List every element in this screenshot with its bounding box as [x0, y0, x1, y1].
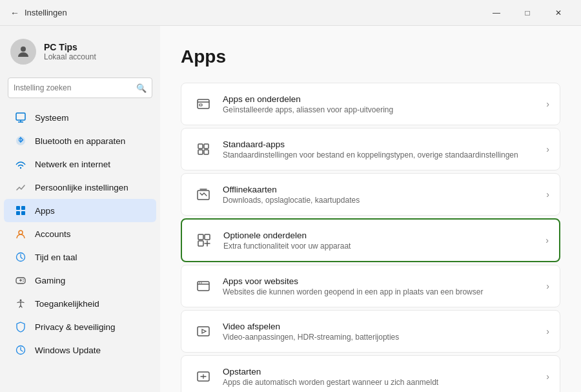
settings-item-video[interactable]: Video afspelen Video-aanpassingen, HDR-s…	[181, 310, 560, 353]
svg-rect-29	[198, 234, 203, 240]
sidebar-item-bluetooth[interactable]: Bluetooth en apparaten	[4, 129, 156, 152]
sidebar-item-apps[interactable]: Apps	[4, 199, 156, 222]
arrow-annotation	[0, 203, 1, 218]
svg-point-0	[21, 46, 26, 52]
settings-desc-apps-onderdelen: Geïnstalleerde apps, aliassen voor app-u…	[223, 105, 541, 114]
sidebar-item-gaming[interactable]: Gaming	[4, 269, 156, 292]
svg-rect-8	[16, 211, 20, 215]
tijd-icon	[14, 251, 27, 263]
title-bar-title: Instellingen	[25, 8, 67, 17]
svg-rect-1	[16, 113, 25, 120]
accounts-icon	[14, 227, 27, 240]
chevron-icon: ›	[545, 235, 549, 245]
search-icon: 🔍	[136, 83, 147, 93]
user-info: PC Tips Lokaal account	[44, 42, 96, 61]
sidebar-item-persoonlijk[interactable]: Persoonlijke instellingen	[4, 176, 156, 199]
settings-title-optionele: Optionele onderdelen	[223, 231, 540, 240]
sidebar-label-accounts: Accounts	[35, 229, 71, 239]
sidebar-label-tijd: Tijd en taal	[35, 253, 77, 262]
svg-point-5	[20, 167, 21, 169]
svg-rect-36	[198, 327, 209, 336]
main-content: Apps Apps en onderdelen Geïnstalleerde a…	[160, 26, 581, 392]
chevron-icon: ›	[546, 144, 549, 154]
settings-list: Apps en onderdelen Geïnstalleerde apps, …	[181, 83, 560, 392]
sidebar-item-netwerk[interactable]: Netwerk en internet	[4, 152, 156, 176]
sidebar-label-windows-update: Windows Update	[35, 346, 101, 355]
avatar	[10, 39, 36, 65]
settings-item-standaard-apps[interactable]: Standaard-apps Standaardinstellingen voo…	[181, 128, 560, 170]
svg-rect-9	[21, 211, 25, 215]
standaard-apps-icon	[192, 138, 215, 161]
close-button[interactable]: ✕	[544, 3, 573, 23]
minimize-button[interactable]: —	[482, 3, 511, 23]
chevron-icon: ›	[546, 371, 549, 382]
settings-item-text-apps-onderdelen: Apps en onderdelen Geïnstalleerde apps, …	[223, 94, 541, 114]
sidebar-label-gaming: Gaming	[35, 276, 65, 285]
sidebar-label-toegankelijkheid: Toegankelijkheid	[35, 299, 99, 309]
chevron-icon: ›	[546, 99, 549, 109]
sidebar-label-netwerk: Netwerk en internet	[35, 160, 110, 169]
sidebar-item-accounts[interactable]: Accounts	[4, 222, 156, 245]
settings-item-opstarten[interactable]: Opstarten Apps die automatisch worden ge…	[181, 355, 560, 392]
settings-item-offlinekaarten[interactable]: Offlinekaarten Downloads, opslaglocatie,…	[181, 173, 560, 216]
svg-rect-24	[198, 144, 203, 149]
chevron-icon: ›	[546, 281, 549, 291]
page-title: Apps	[181, 46, 560, 67]
settings-desc-offlinekaarten: Downloads, opslaglocatie, kaartupdates	[223, 196, 541, 205]
settings-title-apps-onderdelen: Apps en onderdelen	[223, 94, 541, 104]
svg-point-35	[201, 282, 202, 284]
windows-update-icon	[14, 344, 27, 356]
chevron-icon: ›	[546, 189, 549, 200]
settings-desc-standaard: Standaardinstellingen voor bestand en ko…	[223, 150, 541, 160]
settings-item-text-optionele: Optionele onderdelen Extra functionalite…	[223, 231, 540, 251]
svg-rect-26	[198, 150, 203, 154]
settings-item-text-websites: Apps voor websites Websites die kunnen w…	[223, 276, 541, 296]
settings-desc-optionele: Extra functionaliteit voor uw apparaat	[223, 242, 540, 251]
svg-rect-28	[198, 191, 209, 200]
settings-item-text-video: Video afspelen Video-aanpassingen, HDR-s…	[223, 322, 541, 342]
search-input[interactable]	[14, 83, 136, 92]
back-icon[interactable]: ←	[10, 8, 19, 18]
systeem-icon	[14, 111, 27, 124]
settings-item-text-opstarten: Opstarten Apps die automatisch worden ge…	[223, 367, 541, 387]
svg-point-34	[199, 282, 200, 284]
settings-title-offlinekaarten: Offlinekaarten	[223, 185, 541, 194]
settings-item-text-offlinekaarten: Offlinekaarten Downloads, opslaglocatie,…	[223, 185, 541, 205]
chevron-icon: ›	[546, 326, 549, 336]
user-name: PC Tips	[44, 42, 96, 52]
sidebar-item-systeem[interactable]: Systeem	[4, 106, 156, 129]
settings-item-apps-websites[interactable]: Apps voor websites Websites die kunnen w…	[181, 265, 560, 307]
settings-title-video: Video afspelen	[223, 322, 541, 331]
sidebar-item-tijd[interactable]: Tijd en taal	[4, 245, 156, 269]
sidebar-item-windows-update[interactable]: Windows Update	[4, 338, 156, 362]
settings-desc-websites: Websites die kunnen worden geopend in ee…	[223, 287, 541, 296]
settings-title-standaard: Standaard-apps	[223, 139, 541, 149]
svg-rect-6	[16, 206, 20, 210]
app-window: PC Tips Lokaal account 🔍 Systeem	[0, 26, 581, 392]
apps-onderdelen-icon	[192, 92, 215, 116]
svg-point-18	[23, 281, 24, 282]
settings-item-optionele-onderdelen[interactable]: Optionele onderdelen Extra functionalite…	[181, 218, 560, 262]
sidebar-label-apps: Apps	[35, 206, 55, 216]
persoonlijk-icon	[14, 181, 27, 194]
privacy-icon	[14, 320, 27, 333]
settings-desc-video: Video-aanpassingen, HDR-streaming, batte…	[223, 333, 541, 342]
settings-item-apps-onderdelen[interactable]: Apps en onderdelen Geïnstalleerde apps, …	[181, 83, 560, 125]
svg-point-12	[19, 231, 23, 234]
title-bar-left: ← Instellingen	[10, 8, 67, 18]
sidebar-label-privacy: Privacy & beveiliging	[35, 322, 116, 332]
svg-rect-25	[204, 144, 209, 149]
sidebar: PC Tips Lokaal account 🔍 Systeem	[0, 26, 160, 392]
maximize-button[interactable]: □	[513, 3, 542, 23]
sidebar-item-privacy[interactable]: Privacy & beveiliging	[4, 315, 156, 338]
sidebar-label-bluetooth: Bluetooth en apparaten	[35, 136, 125, 146]
sidebar-item-toegankelijkheid[interactable]: Toegankelijkheid	[4, 292, 156, 315]
settings-title-opstarten: Opstarten	[223, 367, 541, 377]
search-box[interactable]: 🔍	[8, 77, 152, 98]
svg-marker-37	[202, 329, 206, 333]
sidebar-label-persoonlijk: Persoonlijke instellingen	[35, 183, 128, 192]
offlinekaarten-icon	[192, 183, 215, 206]
svg-rect-7	[21, 206, 25, 210]
bluetooth-icon	[14, 134, 27, 147]
svg-rect-27	[204, 150, 209, 154]
